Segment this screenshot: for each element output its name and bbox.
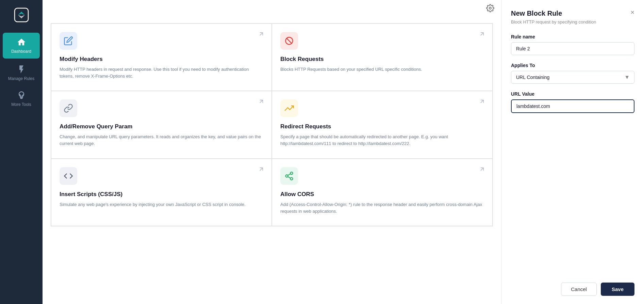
settings-icon: [486, 4, 494, 12]
link-icon: [64, 103, 73, 113]
svg-line-7: [288, 174, 291, 175]
modify-headers-title: Modify Headers: [60, 56, 263, 63]
pencil-icon: [64, 36, 73, 46]
rule-name-input[interactable]: [511, 42, 634, 55]
arrow-icon: [258, 98, 265, 105]
sidebar-item-manage-rules-label: Manage Rules: [8, 76, 34, 81]
arrow-icon: [258, 31, 265, 37]
allow-cors-title: Allow CORS: [280, 191, 484, 198]
card-insert-scripts[interactable]: Insert Scripts (CSS/JS) Simulate any web…: [51, 159, 272, 226]
cards-grid: Modify Headers Modify HTTP headers in re…: [51, 23, 493, 226]
url-value-input[interactable]: [511, 99, 634, 113]
applies-to-label: Applies To: [511, 63, 634, 68]
insert-scripts-arrow: [258, 166, 265, 174]
card-query-param[interactable]: Add/Remove Query Param Change, and manip…: [51, 91, 272, 158]
redirect-requests-title: Redirect Requests: [280, 123, 484, 130]
card-redirect-requests[interactable]: Redirect Requests Specify a page that sh…: [272, 91, 493, 158]
allow-cors-desc: Add (Access-Control-Allow-Origin: *) rul…: [280, 201, 484, 215]
redirect-requests-icon-wrap: [280, 99, 298, 117]
home-icon: [17, 37, 26, 47]
applies-to-select-wrap: URL Containing URL Equals URL Starts Wit…: [511, 71, 634, 84]
url-value-label: URL Value: [511, 91, 634, 97]
svg-point-3: [291, 172, 293, 174]
rule-name-label: Rule name: [511, 34, 634, 39]
sidebar-item-dashboard-label: Dashboard: [11, 49, 31, 54]
sidebar-item-manage-rules[interactable]: Manage Rules: [0, 60, 43, 86]
save-button[interactable]: Save: [601, 283, 634, 296]
arrow-icon: [479, 98, 485, 105]
block-requests-desc: Blocks HTTP Requests based on your speci…: [280, 66, 484, 73]
insert-scripts-desc: Simulate any web page's experience by in…: [60, 201, 263, 208]
card-modify-headers[interactable]: Modify Headers Modify HTTP headers in re…: [51, 23, 272, 91]
lightning-icon: [17, 65, 26, 74]
panel-title: New Block Rule: [511, 10, 562, 17]
panel-actions: Cancel Save: [511, 283, 634, 296]
topbar: [43, 0, 501, 18]
sidebar: Dashboard Manage Rules More Tools: [0, 0, 43, 304]
code-icon: [64, 171, 73, 181]
query-param-title: Add/Remove Query Param: [60, 123, 263, 130]
card-block-requests[interactable]: Block Requests Blocks HTTP Requests base…: [272, 23, 493, 91]
query-param-arrow: [258, 98, 265, 106]
tools-icon: [17, 91, 26, 100]
redirect-icon: [284, 103, 294, 113]
block-requests-title: Block Requests: [280, 56, 484, 63]
arrow-icon: [479, 31, 485, 37]
modify-headers-icon-wrap: [60, 32, 77, 50]
main-area: Modify Headers Modify HTTP headers in re…: [43, 0, 501, 304]
sidebar-item-more-tools[interactable]: More Tools: [0, 86, 43, 112]
card-allow-cors[interactable]: Allow CORS Add (Access-Control-Allow-Ori…: [272, 159, 493, 226]
modify-headers-desc: Modify HTTP headers in request and respo…: [60, 66, 263, 80]
block-requests-icon-wrap: [280, 32, 298, 50]
svg-point-1: [489, 7, 491, 9]
share-icon: [284, 171, 294, 181]
panel-header: New Block Rule ×: [511, 10, 634, 17]
allow-cors-icon-wrap: [280, 167, 298, 185]
svg-rect-0: [15, 8, 28, 22]
sidebar-item-dashboard[interactable]: Dashboard: [3, 33, 40, 59]
svg-point-4: [286, 175, 288, 177]
cards-area: Modify Headers Modify HTTP headers in re…: [43, 18, 501, 304]
panel-subtitle: Block HTTP request by specifying conditi…: [511, 19, 634, 25]
right-panel: New Block Rule × Block HTTP request by s…: [501, 0, 644, 304]
app-logo: [12, 5, 31, 25]
block-requests-arrow: [479, 31, 485, 39]
query-param-icon-wrap: [60, 99, 77, 117]
cancel-button[interactable]: Cancel: [561, 283, 597, 296]
insert-scripts-icon-wrap: [60, 167, 77, 185]
sidebar-item-more-tools-label: More Tools: [11, 102, 31, 107]
panel-close-button[interactable]: ×: [630, 9, 634, 16]
redirect-requests-desc: Specify a page that should be automatica…: [280, 133, 484, 147]
modify-headers-arrow: [258, 31, 265, 39]
arrow-icon: [258, 166, 265, 173]
svg-line-6: [288, 176, 291, 178]
redirect-requests-arrow: [479, 98, 485, 106]
block-icon: [284, 36, 294, 46]
settings-button[interactable]: [486, 4, 494, 14]
arrow-icon: [479, 166, 485, 173]
allow-cors-arrow: [479, 166, 485, 174]
insert-scripts-title: Insert Scripts (CSS/JS): [60, 191, 263, 198]
svg-point-5: [291, 177, 293, 180]
query-param-desc: Change, and manipulate URL query paramet…: [60, 133, 263, 147]
applies-to-select[interactable]: URL Containing URL Equals URL Starts Wit…: [511, 71, 634, 84]
